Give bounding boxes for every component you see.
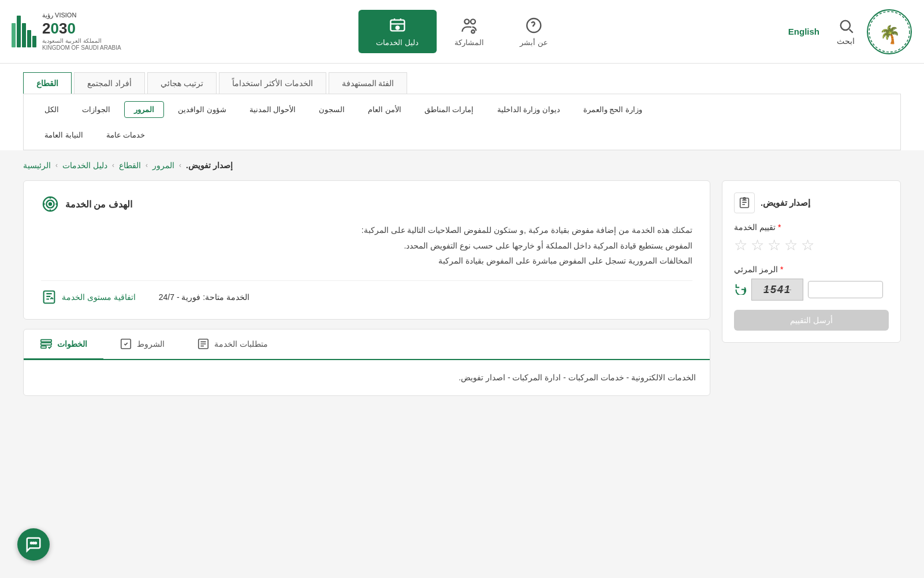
svg-point-15	[49, 203, 51, 205]
tab-alphabetical[interactable]: ترتيب هجائي	[147, 72, 217, 94]
steps-content: الخدمات الالكترونية - خدمات المركبات - ا…	[24, 360, 710, 395]
breadcrumb-home[interactable]: الرئيسية	[23, 161, 51, 170]
rating-label: * تقييم الخدمة	[734, 223, 889, 232]
sub-tab-passports[interactable]: الجوازات	[73, 102, 120, 117]
tab-steps[interactable]: الخطوات	[24, 329, 103, 360]
vision-2030-logo: رؤية VISION 2030 المملكة العربية السعودي…	[12, 12, 121, 51]
sla-icon	[41, 289, 57, 305]
participation-icon	[460, 16, 479, 35]
sub-tab-security[interactable]: الأمن العام	[359, 102, 411, 117]
svg-rect-21	[41, 346, 46, 348]
tab-conditions[interactable]: الشروط	[103, 329, 181, 360]
vision-label: رؤية VISION	[42, 12, 121, 19]
sub-tab-general-services[interactable]: خدمات عامة	[97, 127, 155, 143]
nav-item-services[interactable]: دليل الخدمات	[358, 10, 437, 53]
breadcrumb-current: إصدار تفويض.	[186, 161, 233, 170]
svg-point-6	[465, 19, 470, 24]
captcha-section: * الرمز المرئي 1541	[734, 265, 889, 301]
breadcrumb-section: إصدار تفويض. › المرور › القطاع › دليل ال…	[0, 150, 924, 180]
tab-community[interactable]: أفراد المجتمع	[74, 72, 145, 94]
sub-tab-hajj[interactable]: وزارة الحج والعمرة	[574, 102, 651, 117]
sub-tab-prosecution[interactable]: النيابة العامة	[35, 127, 92, 143]
breadcrumb-services-guide[interactable]: دليل الخدمات	[62, 161, 107, 170]
tab-sector[interactable]: القطاع	[23, 72, 72, 94]
search-icon	[838, 18, 854, 34]
sub-tab-civil-affairs[interactable]: شؤون الوافدين	[169, 102, 236, 117]
sub-tab-all[interactable]: الكل	[35, 102, 68, 117]
nav-item-about[interactable]: عن أبشر	[502, 10, 566, 53]
vision-year: 2030	[42, 20, 121, 38]
service-description: تمكنك هذه الخدمة من إضافة مفوض بقيادة مر…	[41, 223, 692, 269]
sub-tab-prisons[interactable]: السجون	[310, 102, 354, 117]
content-area: الهدف من الخدمة تمكنك هذه الخدمة من إضاف…	[23, 180, 710, 396]
about-icon	[524, 16, 543, 35]
site-logo: 🌴	[866, 9, 912, 55]
nav-item-participation[interactable]: المشاركة	[437, 10, 502, 53]
sub-tab-civil-status[interactable]: الأحوال المدنية	[240, 102, 305, 117]
breadcrumb-traffic[interactable]: المرور	[152, 161, 174, 170]
svg-line-4	[849, 29, 852, 32]
captcha-refresh-button[interactable]	[734, 282, 747, 298]
nav-participation-label: المشاركة	[454, 38, 484, 47]
service-info-card: الهدف من الخدمة تمكنك هذه الخدمة من إضاف…	[23, 180, 710, 320]
requirements-icon	[197, 338, 210, 350]
star-5[interactable]: ☆	[801, 236, 814, 254]
send-rating-button[interactable]: أرسل التقييم	[734, 310, 889, 331]
svg-point-7	[471, 19, 475, 24]
vision-bars-logo	[12, 16, 36, 47]
star-2[interactable]: ☆	[751, 236, 764, 254]
sidebar-title: إصدار تفويض.	[734, 192, 889, 213]
service-goal-title: الهدف من الخدمة	[65, 199, 132, 210]
vision-country: المملكة العربية السعودية	[42, 38, 121, 45]
star-1[interactable]: ☆	[734, 236, 747, 254]
steps-icon	[40, 338, 53, 350]
availability-info: الخدمة متاحة: فورية - 24/7	[159, 292, 249, 302]
captcha-input[interactable]	[808, 281, 883, 298]
sub-tab-interior[interactable]: ديوان وزارة الداخلية	[488, 102, 569, 117]
bottom-tabs-header: متطلبات الخدمة الشروط الخطوات	[24, 329, 710, 360]
tab-target[interactable]: الفئة المستهدفة	[329, 72, 408, 94]
nav-services-label: دليل الخدمات	[376, 38, 419, 47]
tab-requirements[interactable]: متطلبات الخدمة	[181, 329, 284, 360]
svg-point-3	[840, 20, 850, 29]
breadcrumb: إصدار تفويض. › المرور › القطاع › دليل ال…	[23, 161, 901, 170]
main-content: إصدار تفويض. * تقييم الخدمة ☆ ☆ ☆ ☆ ☆ *	[0, 180, 924, 413]
service-goal-header: الهدف من الخدمة	[41, 195, 692, 213]
service-card-icon	[734, 192, 755, 213]
svg-rect-20	[41, 343, 51, 345]
conditions-icon	[120, 338, 132, 350]
svg-point-10	[396, 26, 399, 29]
tabs-section: الفئة المستهدفة الخدمات الأكثر استخداماً…	[0, 64, 924, 150]
star-4[interactable]: ☆	[784, 236, 798, 254]
rating-box: إصدار تفويض. * تقييم الخدمة ☆ ☆ ☆ ☆ ☆ *	[722, 180, 901, 343]
star-3[interactable]: ☆	[767, 236, 781, 254]
star-rating[interactable]: ☆ ☆ ☆ ☆ ☆	[734, 236, 889, 254]
svg-point-8	[472, 30, 475, 33]
breadcrumb-sector[interactable]: القطاع	[119, 161, 141, 170]
sub-tab-emirates[interactable]: إمارات المناطق	[415, 102, 483, 117]
tab-most-used[interactable]: الخدمات الأكثر استخداماً	[219, 72, 326, 94]
service-sla: الخدمة متاحة: فورية - 24/7 اتفاقية مستوى…	[41, 280, 692, 305]
page-header: 🌴 ابحث English عن أبشر	[0, 0, 924, 64]
language-toggle[interactable]: English	[788, 27, 819, 36]
svg-rect-16	[44, 291, 55, 303]
search-label: ابحث	[837, 36, 855, 46]
sub-tabs-container: وزارة الحج والعمرة ديوان وزارة الداخلية …	[23, 94, 901, 150]
goal-icon	[41, 195, 59, 213]
svg-text:🌴: 🌴	[879, 24, 901, 45]
main-tabs: الفئة المستهدفة الخدمات الأكثر استخداماً…	[23, 72, 901, 94]
bottom-tabs-card: متطلبات الخدمة الشروط الخطوات	[23, 329, 710, 396]
vision-country-en: KINGDOM OF SAUDI ARABIA	[42, 45, 121, 51]
sub-tab-traffic[interactable]: المرور	[124, 101, 164, 118]
captcha-row: 1541	[734, 279, 889, 301]
captcha-label: * الرمز المرئي	[734, 265, 889, 274]
svg-rect-19	[41, 339, 51, 342]
search-button[interactable]: ابحث	[837, 18, 855, 46]
captcha-image: 1541	[751, 279, 803, 301]
sla-link[interactable]: اتفاقية مستوى الخدمة	[41, 289, 136, 305]
services-icon	[388, 16, 407, 35]
main-nav: عن أبشر المشاركة دليل الخدمات	[358, 10, 565, 53]
nav-about-label: عن أبشر	[520, 38, 548, 47]
